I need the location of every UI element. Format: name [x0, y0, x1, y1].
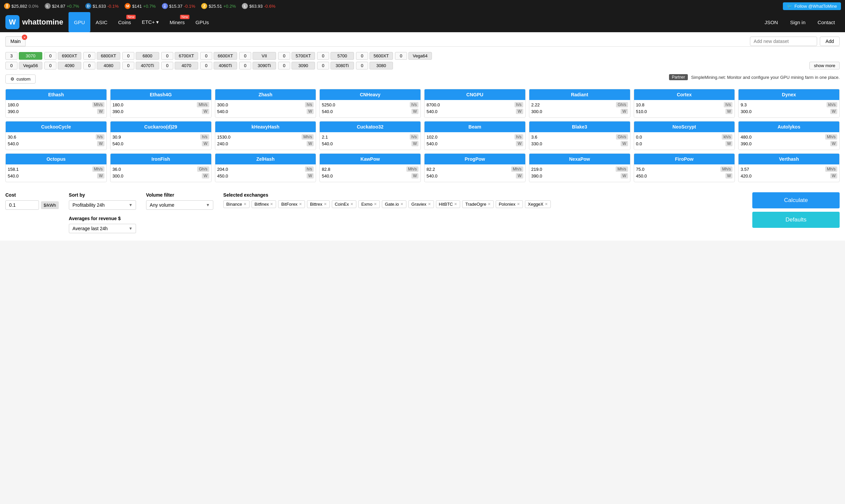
gpu-vii-count[interactable]	[239, 52, 251, 60]
algo-header-kheavyhash[interactable]: kHeavyHash	[215, 122, 316, 132]
algo-header-cngpu[interactable]: CNGPU	[425, 89, 525, 100]
volume-select[interactable]: Any volume High volume Medium volume	[146, 200, 213, 210]
gpu-4060ti-label[interactable]: 4060Ti	[213, 62, 237, 70]
gpu-3070-label[interactable]: 3070	[19, 52, 42, 60]
exchange-tag-graviex[interactable]: Graviex ✕	[409, 200, 434, 208]
exchange-tag-xeggex[interactable]: XeggeX ✕	[525, 200, 551, 208]
algo-header-beam[interactable]: Beam	[425, 122, 525, 132]
algo-header-cnheavy[interactable]: CNHeavy	[320, 89, 420, 100]
algo-header-nexapow[interactable]: NexaPow	[529, 154, 630, 164]
exchange-remove-icon[interactable]: ✕	[428, 202, 431, 206]
tab-close-button[interactable]: ✕	[22, 35, 27, 40]
algo-header-progpow[interactable]: ProgPow	[425, 154, 525, 164]
algo-header-zelhash[interactable]: ZelHash	[215, 154, 316, 164]
gpu-4070-count[interactable]	[161, 62, 173, 70]
gpu-3090ti-count[interactable]	[239, 62, 251, 70]
exchange-tag-exmo[interactable]: Exmo ✕	[358, 200, 380, 208]
exchange-tag-binance[interactable]: Binance ✕	[223, 200, 249, 208]
gpu-6700xt-label[interactable]: 6700XT	[175, 52, 198, 60]
gpu-5700xt-label[interactable]: 5700XT	[292, 52, 315, 60]
exchange-remove-icon[interactable]: ✕	[454, 202, 457, 206]
exchange-tag-hitbtc[interactable]: HitBTC ✕	[436, 200, 461, 208]
nav-gpus[interactable]: GPUs	[190, 12, 214, 32]
gpu-4080-count[interactable]	[83, 62, 96, 70]
exchange-remove-icon[interactable]: ✕	[517, 202, 520, 206]
sort-select[interactable]: Profitability 24h Profitability 1h Reven…	[69, 200, 136, 210]
algo-header-zhash[interactable]: Zhash	[215, 89, 316, 100]
gpu-5600xt-count[interactable]	[356, 52, 368, 60]
gpu-6800xt-label[interactable]: 6800XT	[97, 52, 120, 60]
algo-header-cuckatoo32[interactable]: Cuckatoo32	[320, 122, 420, 132]
exchange-remove-icon[interactable]: ✕	[545, 202, 548, 206]
custom-button[interactable]: ⚙ custom	[5, 74, 36, 84]
nav-coins[interactable]: Coins New	[113, 12, 136, 32]
exchange-remove-icon[interactable]: ✕	[350, 202, 353, 206]
algo-header-octopus[interactable]: Octopus	[6, 154, 106, 164]
avg-select[interactable]: Average last 24h Average last 1h Current…	[69, 224, 136, 233]
gpu-4080-label[interactable]: 4080	[97, 62, 120, 70]
algo-header-firopow[interactable]: FiroPow	[634, 154, 735, 164]
nav-etc[interactable]: ETC+ ▾	[136, 12, 164, 32]
gpu-4060ti-count[interactable]	[200, 62, 212, 70]
exchange-tag-bittrex[interactable]: Bittrex ✕	[307, 200, 330, 208]
gpu-3080-label[interactable]: 3080	[369, 62, 393, 70]
gpu-5700-label[interactable]: 5700	[330, 52, 354, 60]
nav-gpu[interactable]: GPU	[69, 12, 90, 32]
tab-main[interactable]: Main ✕	[5, 36, 25, 46]
algo-header-ethash4g[interactable]: Ethash4G	[110, 89, 211, 100]
gpu-5700xt-count[interactable]	[278, 52, 290, 60]
nav-contact[interactable]: Contact	[813, 17, 840, 28]
nav-miners[interactable]: Miners New	[164, 12, 190, 32]
exchange-tag-poloniex[interactable]: Poloniex ✕	[496, 200, 523, 208]
exchange-remove-icon[interactable]: ✕	[374, 202, 377, 206]
exchange-remove-icon[interactable]: ✕	[324, 202, 327, 206]
algo-header-neoscrypt[interactable]: NeoScrypt	[634, 122, 735, 132]
nav-asic[interactable]: ASIC	[90, 12, 113, 32]
exchange-remove-icon[interactable]: ✕	[488, 202, 491, 206]
gpu-3080ti-count[interactable]	[317, 62, 329, 70]
exchange-tag-coinex[interactable]: CoinEx ✕	[332, 200, 356, 208]
algo-header-kawpow[interactable]: KawPow	[320, 154, 420, 164]
algo-header-verthash[interactable]: Verthash	[739, 154, 839, 164]
add-dataset-input[interactable]	[750, 37, 817, 46]
algo-header-ethash[interactable]: Ethash	[6, 89, 106, 100]
gpu-vega56-count[interactable]	[5, 62, 17, 70]
exchange-remove-icon[interactable]: ✕	[299, 202, 302, 206]
gpu-5600xt-label[interactable]: 5600XT	[369, 52, 393, 60]
exchange-tag-bitfinex[interactable]: Bitfinex ✕	[252, 200, 276, 208]
algo-header-cuckoocycle[interactable]: CuckooCycle	[6, 122, 106, 132]
gpu-3080ti-label[interactable]: 3080Ti	[330, 62, 354, 70]
algo-header-cuckaroo(d)29[interactable]: Cuckaroo(d)29	[110, 122, 211, 132]
gpu-6800xt-count[interactable]	[83, 52, 96, 60]
gpu-4070ti-label[interactable]: 4070Ti	[136, 62, 159, 70]
exchange-tag-gate.io[interactable]: Gate.io ✕	[382, 200, 407, 208]
calculate-button[interactable]: Calculate	[752, 192, 840, 209]
gpu-4070-label[interactable]: 4070	[175, 62, 198, 70]
algo-header-ironfish[interactable]: IronFish	[110, 154, 211, 164]
gpu-4090-count[interactable]	[44, 62, 56, 70]
gpu-3090ti-label[interactable]: 3090Ti	[253, 62, 276, 70]
defaults-button[interactable]: Defaults	[752, 212, 840, 228]
gpu-3080-count[interactable]	[356, 62, 368, 70]
algo-header-autolykos[interactable]: Autolykos	[739, 122, 839, 132]
gpu-3090-label[interactable]: 3090	[292, 62, 315, 70]
gpu-3070-count[interactable]	[5, 52, 17, 60]
gpu-5700-count[interactable]	[317, 52, 329, 60]
add-dataset-button[interactable]: Add	[820, 37, 840, 46]
gpu-6900xt-label[interactable]: 6900XT	[58, 52, 81, 60]
algo-header-cortex[interactable]: Cortex	[634, 89, 735, 100]
exchange-tag-tradeogre[interactable]: TradeOgre ✕	[462, 200, 493, 208]
gpu-vega64-label[interactable]: Vega64	[409, 52, 432, 60]
algo-header-blake3[interactable]: Blake3	[529, 122, 630, 132]
gpu-vii-label[interactable]: VII	[253, 52, 276, 60]
gpu-vega56-label[interactable]: Vega56	[19, 62, 42, 70]
nav-signin[interactable]: Sign in	[785, 17, 810, 28]
follow-button[interactable]: 🐦 Follow @WhatToMine	[783, 2, 841, 10]
exchange-tag-bitforex[interactable]: BitForex ✕	[278, 200, 305, 208]
gpu-4090-label[interactable]: 4090	[58, 62, 81, 70]
gpu-vega64-count[interactable]	[395, 52, 407, 60]
gpu-6800-count[interactable]	[122, 52, 134, 60]
gpu-6700xt-count[interactable]	[161, 52, 173, 60]
gpu-3090-count[interactable]	[278, 62, 290, 70]
gpu-6900xt-count[interactable]	[44, 52, 56, 60]
